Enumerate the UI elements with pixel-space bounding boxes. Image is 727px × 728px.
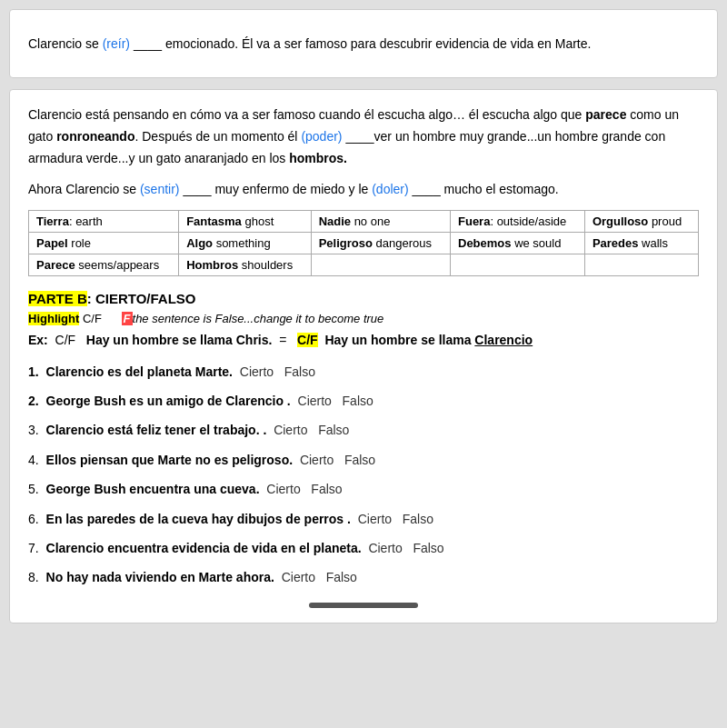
q-number: 7.	[28, 541, 39, 555]
vocab-cell: Fantasma ghost	[179, 210, 311, 232]
vocab-row-1: Tierra: earth Fantasma ghost Nadie no on…	[29, 210, 699, 232]
cierto-falso: Cierto Falso	[274, 423, 349, 437]
main-card: Clarencio está pensando en cómo va a ser…	[9, 89, 718, 623]
list-item: 1. Clarencio es del planeta Marte. Ciert…	[28, 362, 699, 382]
sentir-word: (sentir)	[140, 182, 180, 196]
vocab-cell: Parece seems/appears	[29, 254, 179, 275]
reir-word: (reír)	[103, 36, 130, 51]
vocab-row-2: Papel role Algo something Peligroso dang…	[29, 232, 699, 254]
q-text: Clarencio es del planeta Marte.	[46, 364, 233, 379]
vocab-cell: Papel role	[29, 232, 179, 254]
vocab-cell: Paredes walls	[584, 232, 698, 254]
vocab-cell: Algo something	[179, 232, 311, 254]
q-text: George Bush encuentra una cueva.	[46, 482, 260, 496]
cierto-falso: Cierto Falso	[358, 512, 433, 526]
list-item: 5. George Bush encuentra una cueva. Cier…	[28, 479, 699, 499]
scrollbar-indicator[interactable]	[309, 603, 418, 608]
q-number: 1.	[28, 364, 39, 379]
vocab-row-3: Parece seems/appears Hombros shoulders	[29, 254, 699, 275]
poder-word: (poder)	[301, 129, 342, 144]
vocab-cell: Fuera: outside/aside	[451, 210, 585, 232]
example-line: Ex: C/F Hay un hombre se llama Chris. = …	[28, 333, 699, 347]
q-number: 5.	[28, 482, 39, 496]
cf-answer: C/F	[297, 333, 318, 347]
vocab-cell: Peligroso dangerous	[311, 232, 450, 254]
q-text: En las paredes de la cueva hay dibujos d…	[46, 512, 351, 526]
list-item: 2. George Bush es un amigo de Clarencio …	[28, 391, 699, 411]
ex-sentence: Hay un hombre se llama Chris.	[86, 333, 273, 347]
doler-word: (doler)	[372, 182, 408, 196]
vocab-cell: Orgulloso proud	[584, 210, 698, 232]
q-number: 2.	[28, 394, 39, 408]
q-number: 8.	[28, 570, 39, 584]
vocab-table: Tierra: earth Fantasma ghost Nadie no on…	[28, 210, 699, 276]
list-item: 7. Clarencio encuentra evidencia de vida…	[28, 538, 699, 558]
question-list: 1. Clarencio es del planeta Marte. Ciert…	[28, 362, 699, 588]
q-number: 3.	[28, 423, 39, 437]
top-sentence: Clarencio se (reír) ____ emocionado. Él …	[28, 25, 699, 63]
parte-b-colon: : CIERTO/FALSO	[87, 291, 196, 306]
highlight-word: Highlight	[28, 312, 79, 325]
q-text: Ellos piensan que Marte no es peligroso.	[46, 453, 294, 467]
vocab-cell: Tierra: earth	[29, 210, 179, 232]
cierto-falso: Cierto Falso	[266, 482, 342, 496]
ex-answer-text: Hay un hombre se llama Clarencio	[324, 333, 533, 347]
vocab-cell	[451, 254, 585, 275]
clarencio-underline: Clarencio	[474, 333, 533, 347]
paragraph-2: Ahora Clarencio se (sentir) ____ muy enf…	[28, 179, 699, 201]
cierto-falso: Cierto Falso	[282, 570, 357, 584]
q-number: 4.	[28, 453, 39, 467]
vocab-cell: Debemos we sould	[451, 232, 585, 254]
highlight-instruction: Highlight C/F Fthe sentence is False...c…	[28, 312, 699, 325]
top-card: Clarencio se (reír) ____ emocionado. Él …	[9, 9, 718, 78]
cierto-falso: Cierto Falso	[240, 364, 315, 379]
paragraph-1: Clarencio está pensando en cómo va a ser…	[28, 105, 699, 169]
q-number: 6.	[28, 512, 39, 526]
false-label: F	[122, 312, 133, 325]
cierto-falso: Cierto Falso	[298, 394, 373, 408]
parte-b-highlight: PARTE B	[28, 291, 87, 306]
parte-b-heading: PARTE B: CIERTO/FALSO	[28, 291, 699, 306]
list-item: 8. No hay nada viviendo en Marte ahora. …	[28, 567, 699, 587]
vocab-cell	[584, 254, 698, 275]
ex-label: Ex:	[28, 333, 48, 347]
cierto-falso: Cierto Falso	[368, 541, 443, 555]
parece-bold: parece	[585, 107, 626, 122]
ronroneando-bold: ronroneando	[56, 129, 134, 144]
q-text: George Bush es un amigo de Clarencio .	[46, 394, 291, 408]
q-text: No hay nada viviendo en Marte ahora.	[46, 570, 274, 584]
vocab-cell: Nadie no one	[311, 210, 450, 232]
cierto-falso: Cierto Falso	[300, 453, 375, 467]
list-item: 3. Clarencio está feliz tener el trabajo…	[28, 420, 699, 440]
q-text: Clarencio está feliz tener el trabajo. .	[46, 423, 267, 437]
q-text: Clarencio encuentra evidencia de vida en…	[46, 541, 362, 555]
vocab-cell	[311, 254, 450, 275]
vocab-cell: Hombros shoulders	[179, 254, 311, 275]
list-item: 6. En las paredes de la cueva hay dibujo…	[28, 509, 699, 529]
false-instruction: the sentence is False...change it to bec…	[133, 312, 384, 325]
hombros-bold: hombros.	[289, 151, 347, 165]
list-item: 4. Ellos piensan que Marte no es peligro…	[28, 450, 699, 470]
